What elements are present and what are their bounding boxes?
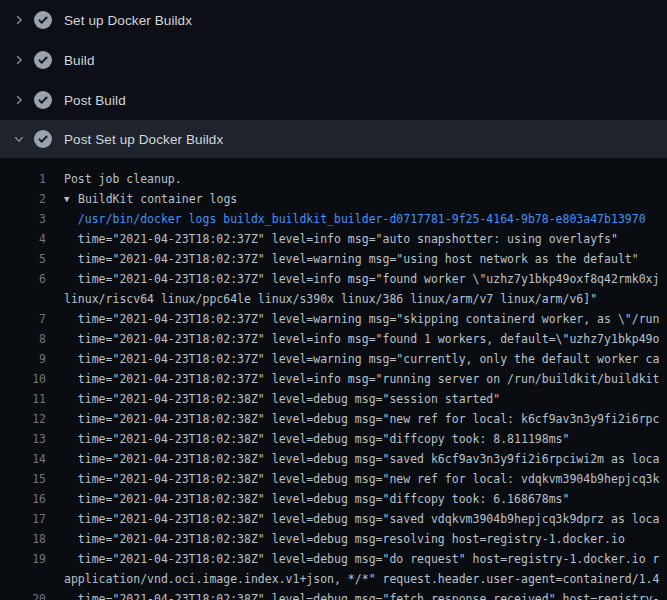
line-number-link[interactable]: 11 (0, 389, 46, 409)
log-text: application/vnd.oci.image.index.v1+json,… (64, 569, 659, 589)
log-line: 18 time="2021-04-23T18:02:38Z" level=deb… (0, 529, 667, 549)
line-number-link[interactable]: 12 (0, 409, 46, 429)
log-text: time="2021-04-23T18:02:37Z" level=warnin… (64, 249, 639, 269)
group-toggle-icon[interactable]: ▼ (64, 189, 78, 209)
log-pane: 1Post job cleanup.2▼BuildKit container l… (0, 158, 667, 600)
log-text: time="2021-04-23T18:02:37Z" level=info m… (64, 369, 659, 389)
log-text: BuildKit container logs (78, 189, 237, 209)
log-line: 4 time="2021-04-23T18:02:37Z" level=info… (0, 229, 667, 249)
log-text: time="2021-04-23T18:02:37Z" level=warnin… (64, 309, 659, 329)
log-line: 13 time="2021-04-23T18:02:38Z" level=deb… (0, 429, 667, 449)
line-number-link[interactable]: 19 (0, 549, 46, 569)
log-line: 17 time="2021-04-23T18:02:38Z" level=deb… (0, 509, 667, 529)
line-number-link[interactable]: 9 (0, 349, 46, 369)
log-text: Post job cleanup. (64, 169, 182, 189)
command-text: /usr/bin/docker logs buildx_buildkit_bui… (64, 209, 646, 229)
log-line: 20 time="2021-04-23T18:02:38Z" level=deb… (0, 589, 667, 600)
log-text: time="2021-04-23T18:02:37Z" level=info m… (64, 229, 618, 249)
log-line: 5 time="2021-04-23T18:02:37Z" level=warn… (0, 249, 667, 269)
line-number-link[interactable]: 4 (0, 229, 46, 249)
log-text: time="2021-04-23T18:02:38Z" level=debug … (64, 469, 659, 489)
log-line: 9 time="2021-04-23T18:02:37Z" level=warn… (0, 349, 667, 369)
chevron-right-icon (12, 92, 26, 108)
line-number-link[interactable]: 15 (0, 469, 46, 489)
log-line: 8 time="2021-04-23T18:02:37Z" level=info… (0, 329, 667, 349)
check-circle-icon (34, 11, 52, 29)
log-line: 11 time="2021-04-23T18:02:38Z" level=deb… (0, 389, 667, 409)
steps-list: Set up Docker BuildxBuildPost BuildPost … (0, 0, 667, 158)
line-number-link[interactable]: 3 (0, 209, 46, 229)
log-line: 16 time="2021-04-23T18:02:38Z" level=deb… (0, 489, 667, 509)
log-line: 19 time="2021-04-23T18:02:38Z" level=deb… (0, 549, 667, 569)
step-label: Build (64, 53, 95, 68)
log-text: time="2021-04-23T18:02:38Z" level=debug … (64, 589, 659, 600)
log-text: linux/riscv64 linux/ppc64le linux/s390x … (64, 289, 597, 309)
line-number-link[interactable]: 2 (0, 189, 46, 209)
line-number-link[interactable]: 7 (0, 309, 46, 329)
log-text: time="2021-04-23T18:02:38Z" level=debug … (64, 449, 659, 469)
chevron-right-icon (12, 52, 26, 68)
log-text: time="2021-04-23T18:02:38Z" level=debug … (64, 409, 659, 429)
log-text: time="2021-04-23T18:02:38Z" level=debug … (64, 429, 569, 449)
log-text: time="2021-04-23T18:02:38Z" level=debug … (64, 549, 659, 569)
step-label: Post Set up Docker Buildx (64, 132, 223, 147)
log-text: time="2021-04-23T18:02:38Z" level=debug … (64, 529, 625, 549)
step-row[interactable]: Post Build (0, 80, 667, 120)
line-number-link[interactable]: 20 (0, 589, 46, 600)
line-number-link[interactable]: 1 (0, 169, 46, 189)
check-circle-icon (34, 130, 52, 148)
line-number-link[interactable]: 6 (0, 269, 46, 289)
check-circle-icon (34, 91, 52, 109)
log-line: 12 time="2021-04-23T18:02:38Z" level=deb… (0, 409, 667, 429)
log-line: 6 time="2021-04-23T18:02:37Z" level=info… (0, 269, 667, 289)
log-line: 1Post job cleanup. (0, 169, 667, 189)
log-line: linux/riscv64 linux/ppc64le linux/s390x … (0, 289, 667, 309)
log-text: time="2021-04-23T18:02:37Z" level=info m… (64, 329, 659, 349)
chevron-down-icon (12, 131, 26, 147)
chevron-right-icon (12, 12, 26, 28)
log-line: 10 time="2021-04-23T18:02:37Z" level=inf… (0, 369, 667, 389)
log-text: time="2021-04-23T18:02:38Z" level=debug … (64, 509, 659, 529)
step-label: Set up Docker Buildx (64, 13, 192, 28)
log-text: time="2021-04-23T18:02:37Z" level=info m… (64, 269, 659, 289)
line-number-link[interactable]: 14 (0, 449, 46, 469)
line-number-link[interactable]: 16 (0, 489, 46, 509)
line-number-link[interactable]: 5 (0, 249, 46, 269)
line-number-link[interactable]: 18 (0, 529, 46, 549)
log-text: time="2021-04-23T18:02:38Z" level=debug … (64, 389, 500, 409)
step-row[interactable]: Build (0, 40, 667, 80)
log-line: application/vnd.oci.image.index.v1+json,… (0, 569, 667, 589)
line-number-link[interactable]: 8 (0, 329, 46, 349)
log-line: 3 /usr/bin/docker logs buildx_buildkit_b… (0, 209, 667, 229)
line-number-link[interactable]: 13 (0, 429, 46, 449)
step-row[interactable]: Set up Docker Buildx (0, 0, 667, 40)
log-line: 2▼BuildKit container logs (0, 189, 667, 209)
log-line: 7 time="2021-04-23T18:02:37Z" level=warn… (0, 309, 667, 329)
line-number-link[interactable]: 10 (0, 369, 46, 389)
step-label: Post Build (64, 93, 126, 108)
log-line: 14 time="2021-04-23T18:02:38Z" level=deb… (0, 449, 667, 469)
check-circle-icon (34, 51, 52, 69)
log-line: 15 time="2021-04-23T18:02:38Z" level=deb… (0, 469, 667, 489)
line-number-link[interactable]: 17 (0, 509, 46, 529)
log-text: time="2021-04-23T18:02:38Z" level=debug … (64, 489, 569, 509)
step-row[interactable]: Post Set up Docker Buildx (0, 120, 667, 158)
log-text: time="2021-04-23T18:02:37Z" level=warnin… (64, 349, 659, 369)
